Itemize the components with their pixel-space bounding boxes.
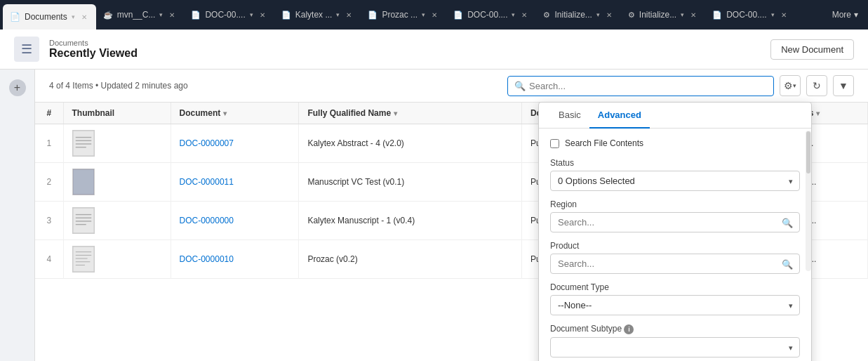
sidebar-strip: + xyxy=(0,70,35,361)
product-search-wrap: 🔍 xyxy=(550,254,800,274)
tab-documents-close[interactable]: ✕ xyxy=(79,12,89,22)
thumbnail-3 xyxy=(72,246,95,273)
thumbnail-2 xyxy=(72,207,95,234)
product-label: Product xyxy=(550,241,800,251)
tab-doc-00-3[interactable]: 📄 DOC-00.... ▾ ✕ xyxy=(705,4,795,26)
tab-doc00-1-chevron[interactable]: ▾ xyxy=(250,11,253,18)
tab-init1-close[interactable]: ✕ xyxy=(604,10,614,20)
doc-link-1[interactable]: DOC-0000011 xyxy=(180,177,234,187)
tab-initialize-2[interactable]: ⚙ Initialize... ▾ ✕ xyxy=(621,4,705,26)
col-status-chevron-icon: ▾ xyxy=(816,110,820,117)
product-search-input[interactable] xyxy=(550,254,800,274)
col-qualified-name[interactable]: Fully Qualified Name ▾ xyxy=(299,103,521,124)
tab-kalytex-close[interactable]: ✕ xyxy=(344,10,354,20)
document-subtype-label-text: Document Subtype xyxy=(550,324,622,334)
col-thumbnail-label: Thumbnail xyxy=(72,108,115,118)
search-file-contents-row: Search File Contents xyxy=(550,138,800,148)
tab-prozac-chevron[interactable]: ▾ xyxy=(422,11,425,18)
more-button[interactable]: More ▾ xyxy=(825,7,865,22)
page-title: Recently Viewed xyxy=(49,47,138,60)
gear-chevron-icon: ▾ xyxy=(793,82,796,89)
tab-init1-chevron[interactable]: ▾ xyxy=(596,11,600,18)
status-label: Status xyxy=(550,158,800,168)
tab-doc00-3-chevron[interactable]: ▾ xyxy=(771,11,775,18)
region-search-input[interactable] xyxy=(550,212,800,232)
col-qualified-name-sort-icon: ▾ xyxy=(394,110,397,117)
tab-doc00-3-close[interactable]: ✕ xyxy=(779,10,789,20)
tab-kalytex[interactable]: 📄 Kalytex ... ▾ ✕ xyxy=(274,4,361,26)
tab-mvn-chevron[interactable]: ▾ xyxy=(159,11,163,18)
content-body: + 4 of 4 Items • Updated 2 minutes ago 🔍… xyxy=(0,70,868,361)
region-search-wrap: 🔍 xyxy=(550,212,800,232)
toolbar-row: 4 of 4 Items • Updated 2 minutes ago 🔍 ⚙… xyxy=(35,70,868,103)
tab-init1-icon: ⚙ xyxy=(543,11,550,20)
more-chevron-icon: ▾ xyxy=(854,10,858,20)
tab-doc00-3-label: DOC-00.... xyxy=(726,10,766,20)
cell-name-3: Prozac (v0.2) xyxy=(299,240,521,279)
tab-documents-chevron[interactable]: ▾ xyxy=(72,13,75,20)
tab-doc-00-2[interactable]: 📄 DOC-00.... ▾ ✕ xyxy=(446,4,536,26)
doc-icon-box: ☰ xyxy=(14,37,39,62)
thumbnail-1 xyxy=(72,169,95,195)
doc-link-2[interactable]: DOC-0000000 xyxy=(180,216,234,225)
tab-documents[interactable]: 📄 Documents ▾ ✕ xyxy=(3,4,96,29)
doc-link-0[interactable]: DOC-0000007 xyxy=(180,138,234,148)
tab-prozac[interactable]: 📄 Prozac ... ▾ ✕ xyxy=(361,4,446,26)
tab-mvn-icon: ☕ xyxy=(103,11,113,20)
tab-mvn-c[interactable]: ☕ mvn__C... ▾ ✕ xyxy=(96,4,185,26)
tab-init2-label: Initialize... xyxy=(639,10,676,20)
cell-num-2: 3 xyxy=(35,202,63,240)
panel-scrollbar-thumb[interactable] xyxy=(806,131,810,173)
search-tab-basic-label: Basic xyxy=(559,110,581,120)
new-document-button[interactable]: New Document xyxy=(770,39,854,60)
cell-doc-id-2: DOC-0000000 xyxy=(171,202,299,240)
tab-doc00-3-icon: 📄 xyxy=(712,11,722,20)
tab-prozac-close[interactable]: ✕ xyxy=(429,10,439,20)
refresh-button[interactable]: ↻ xyxy=(806,75,827,96)
sidebar-add-button[interactable]: + xyxy=(9,79,26,96)
document-subtype-select-wrap: ▾ xyxy=(550,337,800,357)
search-input[interactable] xyxy=(507,76,774,96)
tab-kalytex-chevron[interactable]: ▾ xyxy=(336,11,340,18)
tab-init1-label: Initialize... xyxy=(554,10,592,20)
doc-link-3[interactable]: DOC-0000010 xyxy=(180,254,234,264)
gear-icon: ⚙ xyxy=(784,80,793,91)
tab-mvn-close[interactable]: ✕ xyxy=(167,10,177,20)
item-count: 4 of 4 Items • Updated 2 minutes ago xyxy=(49,81,502,91)
search-tab-advanced[interactable]: Advanced xyxy=(589,103,650,129)
search-file-contents-label: Search File Contents xyxy=(565,138,643,148)
tab-initialize-1[interactable]: ⚙ Initialize... ▾ ✕ xyxy=(536,4,620,26)
tab-init2-close[interactable]: ✕ xyxy=(688,10,698,20)
tab-init2-chevron[interactable]: ▾ xyxy=(681,11,684,18)
tab-doc00-2-close[interactable]: ✕ xyxy=(519,10,529,20)
refresh-icon: ↻ xyxy=(813,80,821,91)
region-label: Region xyxy=(550,199,800,209)
cell-name-1: Manuscript VC Test (v0.1) xyxy=(299,163,521,202)
search-tab-basic[interactable]: Basic xyxy=(550,103,589,129)
status-select-wrap: 0 Options Selected ▾ xyxy=(550,171,800,191)
cell-name-2: Kalytex Manuscript - 1 (v0.4) xyxy=(299,202,521,240)
tab-doc-00-1[interactable]: 📄 DOC-00.... ▾ ✕ xyxy=(184,4,274,26)
status-select[interactable]: 0 Options Selected xyxy=(550,171,800,191)
tab-doc00-2-icon: 📄 xyxy=(453,11,463,20)
tab-bar: 📄 Documents ▾ ✕ ☕ mvn__C... ▾ ✕ 📄 DOC-00… xyxy=(0,0,868,29)
document-subtype-label: Document Subtype i xyxy=(550,324,800,334)
gear-button[interactable]: ⚙ ▾ xyxy=(780,75,801,96)
tab-kalytex-icon: 📄 xyxy=(281,11,291,20)
cell-doc-id-0: DOC-0000007 xyxy=(171,124,299,163)
breadcrumb: Documents xyxy=(49,39,138,47)
document-subtype-select[interactable] xyxy=(550,337,800,357)
search-panel: Basic Advanced Search File Contents xyxy=(538,102,812,361)
svg-rect-11 xyxy=(73,247,94,272)
panel-scrollbar[interactable] xyxy=(806,131,811,271)
status-row: Status 0 Options Selected ▾ xyxy=(550,158,800,191)
search-file-contents-checkbox[interactable] xyxy=(550,139,559,148)
tab-doc00-2-chevron[interactable]: ▾ xyxy=(512,11,515,18)
document-type-select[interactable]: --None-- xyxy=(550,295,800,315)
filter-button[interactable]: ▼ xyxy=(833,75,854,96)
tab-doc00-1-close[interactable]: ✕ xyxy=(258,10,267,20)
col-document[interactable]: Document ▾ xyxy=(171,103,299,124)
document-subtype-info-icon[interactable]: i xyxy=(624,324,634,334)
cell-doc-id-3: DOC-0000010 xyxy=(171,240,299,279)
col-num: # xyxy=(35,103,63,124)
